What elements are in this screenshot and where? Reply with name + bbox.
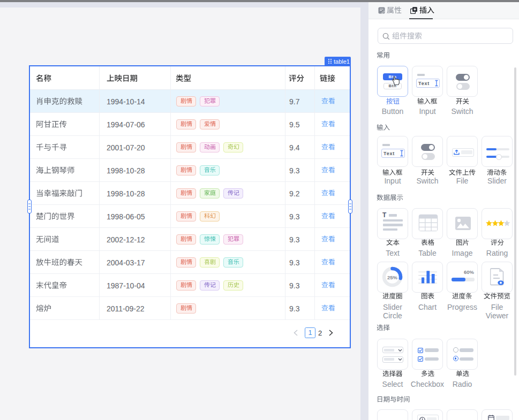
svg-text:table1: table1 (334, 58, 350, 65)
svg-text:25%: 25% (387, 274, 398, 280)
